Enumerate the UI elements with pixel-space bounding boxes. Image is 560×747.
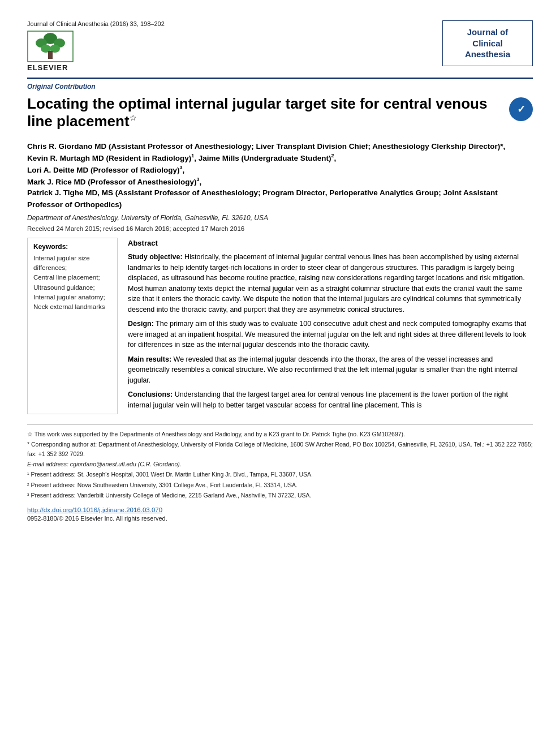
content-columns: Keywords: Internal jugular size differen… — [27, 238, 533, 414]
doi-section: http://dx.doi.org/10.1016/j.jclinane.201… — [27, 506, 533, 522]
keyword-2: Central line placement; — [33, 273, 111, 282]
abstract-title: Abstract — [128, 238, 533, 248]
journal-meta: Journal of Clinical Anesthesia (2016) 33… — [27, 20, 165, 27]
footnote-1: ¹ Present address: St. Joseph's Hospital… — [27, 470, 533, 479]
section-label: Original Contribution — [27, 83, 533, 91]
doi-link[interactable]: http://dx.doi.org/10.1016/j.jclinane.201… — [27, 506, 533, 513]
design-text: The primary aim of this study was to eva… — [128, 320, 526, 349]
keyword-1: Internal jugular size differences; — [33, 254, 111, 273]
footnote-asterisk: * Corresponding author at: Department of… — [27, 440, 533, 458]
abstract-study-objective: Study objective: Historically, the place… — [128, 252, 533, 315]
elsevier-logo: ELSEVIER — [27, 31, 74, 72]
keyword-4: Internal jugular anatomy; — [33, 293, 111, 302]
footnote-star: ☆ This work was supported by the Departm… — [27, 430, 533, 439]
conclusions-text: Understanding that the largest target ar… — [128, 390, 508, 409]
star-symbol: ☆ — [130, 114, 137, 123]
authors: Chris R. Giordano MD (Assistant Professo… — [27, 141, 533, 211]
footnotes: ☆ This work was supported by the Departm… — [27, 430, 533, 500]
footnote-divider — [27, 424, 533, 425]
article-title: Locating the optimal internal jugular ta… — [27, 95, 503, 131]
keyword-5: Neck external landmarks — [33, 302, 111, 312]
svg-rect-6 — [48, 51, 53, 59]
keyword-3: Ultrasound guidance; — [33, 283, 111, 293]
page: Journal of Clinical Anesthesia (2016) 33… — [0, 0, 560, 747]
elsevier-logo-graphic — [27, 31, 74, 62]
elsevier-text: ELSEVIER — [27, 63, 68, 72]
title-area: Locating the optimal internal jugular ta… — [27, 95, 503, 136]
abstract-design: Design: The primary aim of this study wa… — [128, 319, 533, 350]
issn-line: 0952-8180/© 2016 Elsevier Inc. All right… — [27, 515, 533, 522]
affiliation: Department of Anesthesiology, University… — [27, 214, 533, 222]
received-line: Received 24 March 2015; revised 16 March… — [27, 225, 533, 232]
abstract-column: Abstract Study objective: Historically, … — [128, 238, 533, 414]
study-objective-text: Historically, the placement of internal … — [128, 253, 525, 314]
header-row: Journal of Clinical Anesthesia (2016) 33… — [27, 20, 533, 72]
footnote-2: ² Present address: Nova Southeastern Uni… — [27, 480, 533, 490]
study-objective-label: Study objective: — [128, 253, 183, 261]
main-results-label: Main results: — [128, 355, 171, 363]
crossmark-icon: ✓ — [517, 103, 525, 115]
keywords-title: Keywords: — [33, 243, 111, 251]
top-divider — [27, 78, 533, 79]
keywords-column: Keywords: Internal jugular size differen… — [27, 238, 118, 414]
journal-logo-box: Journal of Clinical Anesthesia — [442, 20, 533, 66]
design-label: Design: — [128, 320, 154, 328]
header-left: Journal of Clinical Anesthesia (2016) 33… — [27, 20, 165, 72]
crossmark-badge: ✓ — [509, 97, 533, 121]
main-results-text: We revealed that as the internal jugular… — [128, 355, 518, 384]
abstract-main-results: Main results: We revealed that as the in… — [128, 354, 533, 386]
abstract-conclusions: Conclusions: Understanding that the larg… — [128, 389, 533, 410]
journal-logo-name: Journal of Clinical Anesthesia — [451, 27, 524, 60]
title-row: Locating the optimal internal jugular ta… — [27, 95, 533, 136]
conclusions-label: Conclusions: — [128, 390, 173, 398]
footnote-email: E-mail address: cgiordano@anest.ufl.edu … — [27, 460, 533, 469]
footnote-3: ³ Present address: Vanderbilt University… — [27, 491, 533, 500]
